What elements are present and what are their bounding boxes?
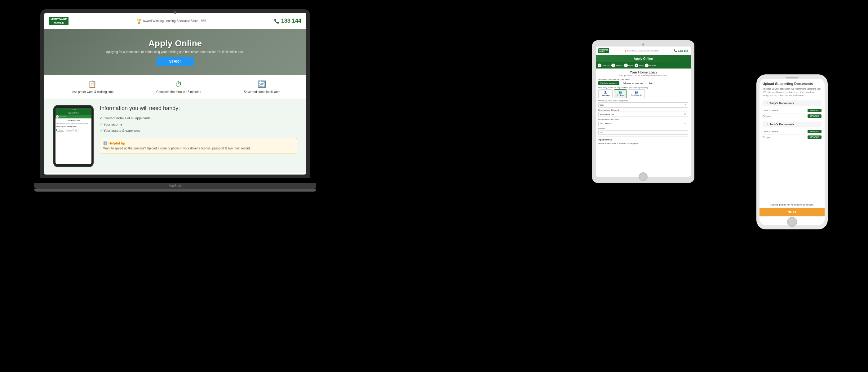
how-many-label: How many people will be part of this app… bbox=[598, 87, 688, 89]
step-home-loan[interactable]: 1 Home Loan bbox=[598, 64, 610, 67]
step-badge-4: 4 bbox=[634, 64, 638, 67]
hero-section: Apply Online Applying for a home loan or… bbox=[44, 29, 306, 75]
feature-save: 🔄 Save and come back later bbox=[244, 80, 280, 94]
johns-documents-section: 📄 John's Documents Driver's License: UPL… bbox=[763, 122, 822, 140]
what-would-options: Purchase a property Refinance my home lo… bbox=[598, 81, 688, 85]
site-logo: MORTGAGE HOUSE bbox=[49, 17, 68, 25]
helpful-tip: ℹ️ Helpful tip Want to speed up the proc… bbox=[100, 138, 297, 153]
sally-drivers-license-upload[interactable]: UPLOAD bbox=[808, 109, 822, 112]
person-icon-2: 👥 bbox=[619, 91, 622, 94]
tablet-steps: 1 Home Loan 2 About You 3 Income 4 Asset… bbox=[596, 62, 691, 68]
award-badge: 🏆 Award Winning Lending Specialist Since… bbox=[136, 19, 206, 24]
info-title: Information you will need handy: bbox=[100, 105, 297, 112]
sally-passport-upload[interactable]: UPLOAD bbox=[808, 114, 822, 118]
people-3-plus[interactable]: 👥 3+ People bbox=[628, 89, 645, 98]
people-2-of-us[interactable]: 👥 2 of us bbox=[614, 89, 627, 98]
person-icon-3: 👥 bbox=[635, 91, 638, 94]
start-button[interactable]: START bbox=[157, 57, 193, 66]
info-section: 133 544 Apply Online 1 Home Loan Your Ho… bbox=[44, 99, 306, 173]
step-about-you[interactable]: 2 About You bbox=[611, 64, 623, 67]
mobile-label: Mobile phone (Required) bbox=[598, 118, 688, 120]
check-icon-name: ✓ bbox=[684, 103, 686, 106]
option-both[interactable]: Both bbox=[647, 81, 655, 85]
info-item-1: Contact details of all applicants bbox=[100, 115, 297, 122]
next-button[interactable]: NEXT bbox=[760, 208, 825, 216]
sally-passport-row: Passport: UPLOAD bbox=[763, 114, 822, 119]
tablet-logo: MORTGAGEHOUSE bbox=[598, 49, 609, 53]
tablet-device: MORTGAGEHOUSE 🏆 Award Winning Lending Sp… bbox=[592, 40, 694, 183]
looking-great-text: Looking great so far! Keep up the good w… bbox=[760, 204, 825, 206]
phone-screen: Upload Supporting Documents To speed up … bbox=[760, 79, 825, 225]
feature-paperwork: 📋 Less paper work & waiting time bbox=[71, 80, 114, 94]
sally-drivers-license-row: Driver's License: UPLOAD bbox=[763, 108, 822, 114]
step-assets[interactable]: 4 Assets bbox=[634, 64, 644, 67]
tablet-site-header: MORTGAGEHOUSE 🏆 Award Winning Lending Sp… bbox=[596, 46, 691, 55]
hero-content: Apply Online Applying for a home loan or… bbox=[106, 38, 244, 66]
phone-device: Upload Supporting Documents To speed up … bbox=[756, 74, 828, 229]
hero-title: Apply Online bbox=[106, 38, 244, 49]
helpful-tip-title: ℹ️ Helpful tip bbox=[103, 142, 293, 145]
upload-desc: To speed up your application, we recomme… bbox=[763, 87, 822, 97]
feature-time: ⏱ Complete the form in 15 minutes bbox=[156, 80, 201, 94]
option-refinance[interactable]: Refinance my home loan bbox=[621, 81, 645, 85]
john-passport-upload[interactable]: UPLOAD bbox=[808, 135, 822, 139]
info-list: Contact details of all applicants Your i… bbox=[100, 115, 297, 134]
john-drivers-license-row: Driver's License: UPLOAD bbox=[763, 129, 822, 134]
hero-subtitle: Applying for a home loan or refinancing … bbox=[106, 50, 244, 54]
john-drivers-license-upload[interactable]: UPLOAD bbox=[808, 130, 822, 133]
phone-home-button[interactable] bbox=[787, 217, 797, 227]
phone-preview: 133 544 Apply Online 1 Home Loan Your Ho… bbox=[53, 105, 94, 167]
tablet-screen: MORTGAGEHOUSE 🏆 Award Winning Lending Sp… bbox=[596, 46, 691, 177]
tablet-home-button[interactable] bbox=[639, 173, 648, 181]
site-header: MORTGAGE HOUSE 🏆 Award Winning Lending S… bbox=[44, 13, 306, 29]
tablet-body: MORTGAGEHOUSE 🏆 Award Winning Lending Sp… bbox=[592, 40, 694, 183]
option-purchase[interactable]: Purchase a property bbox=[598, 81, 619, 85]
landline-input[interactable]: ( ) - bbox=[598, 130, 688, 134]
step-expenses[interactable]: 5 Expenses bbox=[645, 64, 656, 67]
features-bar: 📋 Less paper work & waiting time ⏱ Compl… bbox=[44, 75, 306, 99]
people-options: 👤 Just me 👥 2 of us 👥 3+ People bbox=[598, 89, 688, 98]
what-would-label: What would you like to do? (Required) bbox=[598, 79, 688, 80]
step-badge-2: 2 bbox=[611, 64, 615, 67]
info-circle-icon: ℹ️ bbox=[103, 142, 108, 145]
save-icon: 🔄 bbox=[258, 80, 266, 88]
step-income[interactable]: 3 Income bbox=[624, 64, 633, 67]
doc-icon-sally: 📄 bbox=[765, 102, 768, 105]
phone-footer: Looking great so far! Keep up the good w… bbox=[760, 204, 825, 216]
paperwork-icon: 📋 bbox=[88, 80, 96, 88]
tablet-hero: Apply Online bbox=[596, 55, 691, 62]
john-passport-row: Passport: UPLOAD bbox=[763, 134, 822, 140]
email-input[interactable]: sally@gmail.com ✓ bbox=[598, 112, 688, 117]
sallys-documents-header: 📄 Sally's Documents bbox=[763, 100, 822, 106]
tablet-phone: 📞 133 144 bbox=[674, 49, 688, 52]
person-icon-1: 👤 bbox=[604, 91, 607, 94]
applicant2-section: Applicant 2 bbox=[598, 136, 688, 141]
laptop-screen: MORTGAGE HOUSE 🏆 Award Winning Lending S… bbox=[44, 13, 306, 175]
check-icon-email: ✓ bbox=[684, 113, 686, 116]
phone-content: Upload Supporting Documents To speed up … bbox=[760, 79, 825, 225]
check-icon-mobile: ✓ bbox=[684, 122, 686, 125]
info-item-2: Your income bbox=[100, 122, 297, 128]
email-label: Email address (Required) bbox=[598, 109, 688, 111]
phone-icon: 📞 bbox=[274, 19, 279, 24]
sallys-documents-section: 📄 Sally's Documents Driver's License: UP… bbox=[763, 100, 822, 119]
doc-icon-john: 📄 bbox=[765, 123, 768, 126]
mobile-input[interactable]: 0412 345 643 ✓ bbox=[598, 121, 688, 126]
phone-speaker bbox=[786, 77, 798, 79]
step-badge-1: 1 bbox=[598, 64, 601, 67]
first-name-input[interactable]: Sally ✓ bbox=[598, 102, 688, 107]
info-item-3: Your assets & expenses bbox=[100, 128, 297, 134]
trophy-icon: 🏆 bbox=[136, 19, 142, 24]
laptop-device: MORTGAGE HOUSE 🏆 Award Winning Lending S… bbox=[40, 9, 310, 189]
laptop-base bbox=[34, 183, 316, 189]
laptop-camera bbox=[174, 11, 176, 13]
time-icon: ⏱ bbox=[175, 80, 182, 88]
applicant2-sub: What is the first name of Applicant 2? (… bbox=[598, 143, 688, 145]
people-just-me[interactable]: 👤 Just me bbox=[598, 89, 613, 98]
laptop-foot bbox=[34, 189, 316, 192]
step-badge-5: 5 bbox=[645, 64, 649, 67]
phone-body: Upload Supporting Documents To speed up … bbox=[756, 74, 828, 229]
upload-title: Upload Supporting Documents bbox=[763, 82, 822, 86]
first-name-label: What is your first name? (Required) bbox=[598, 100, 688, 102]
header-phone: 📞 133 144 bbox=[274, 18, 301, 24]
